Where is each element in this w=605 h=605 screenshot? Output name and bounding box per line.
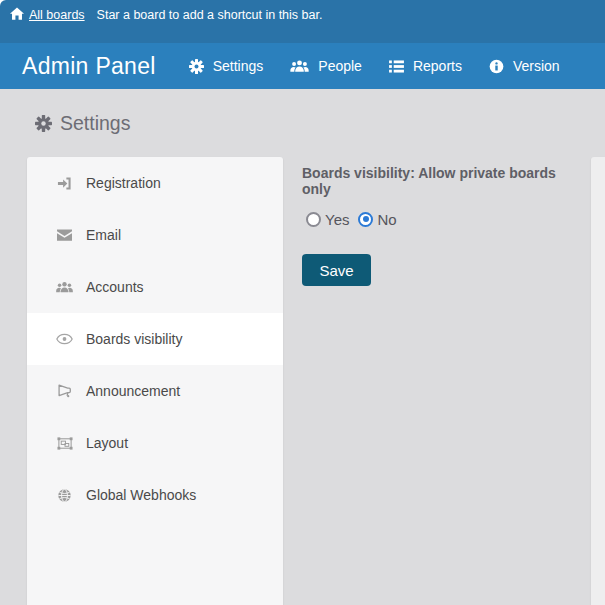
sidebar-item-global-webhooks[interactable]: Global Webhooks bbox=[27, 469, 283, 521]
shortcut-bar: All boards Star a board to add a shortcu… bbox=[0, 0, 605, 43]
settings-heading-label: Settings bbox=[60, 112, 130, 135]
sidebar-item-registration[interactable]: Registration bbox=[27, 157, 283, 209]
shortcut-hint: Star a board to add a shortcut in this b… bbox=[97, 7, 323, 23]
radio-option-yes[interactable]: Yes bbox=[306, 211, 349, 228]
radio-yes[interactable] bbox=[306, 212, 321, 227]
boards-visibility-question: Boards visibility: Allow private boards … bbox=[302, 165, 587, 197]
globe-icon bbox=[56, 488, 73, 503]
sidebar-item-layout[interactable]: Layout bbox=[27, 417, 283, 469]
bullhorn-icon bbox=[56, 384, 73, 398]
object-group-icon bbox=[56, 436, 73, 451]
eye-icon bbox=[56, 333, 73, 345]
sidebar-item-label: Registration bbox=[86, 175, 161, 191]
sidebar-item-label: Global Webhooks bbox=[86, 487, 196, 503]
sidebar-item-label: Announcement bbox=[86, 383, 180, 399]
sidebar-item-label: Accounts bbox=[86, 279, 144, 295]
nav-item-people[interactable]: People bbox=[290, 58, 362, 74]
radio-label: No bbox=[377, 211, 396, 228]
all-boards-label: All boards bbox=[29, 8, 85, 22]
nav-item-label: People bbox=[318, 58, 362, 74]
admin-nav-menu: Settings People Reports Version bbox=[189, 58, 560, 74]
list-icon bbox=[389, 60, 404, 73]
sidebar-item-label: Email bbox=[86, 227, 121, 243]
nav-item-label: Reports bbox=[413, 58, 462, 74]
clipped-side-panel bbox=[591, 157, 605, 605]
nav-item-version[interactable]: Version bbox=[489, 58, 560, 74]
sidebar-item-email[interactable]: Email bbox=[27, 209, 283, 261]
radio-no[interactable] bbox=[358, 212, 373, 227]
sidebar-item-announcement[interactable]: Announcement bbox=[27, 365, 283, 417]
envelope-icon bbox=[56, 229, 73, 241]
sidebar-item-label: Layout bbox=[86, 435, 128, 451]
radio-option-no[interactable]: No bbox=[358, 211, 396, 228]
users-icon bbox=[56, 280, 73, 294]
sidebar-item-boards-visibility[interactable]: Boards visibility bbox=[27, 313, 283, 365]
settings-content: Boards visibility: Allow private boards … bbox=[302, 165, 587, 286]
admin-panel-title: Admin Panel bbox=[22, 53, 156, 80]
info-circle-icon bbox=[489, 59, 504, 74]
admin-navbar: Admin Panel Settings People Reports Vers… bbox=[0, 43, 605, 89]
gear-icon bbox=[189, 59, 204, 74]
settings-page: Settings Registration Email Accounts Boa… bbox=[0, 89, 605, 605]
visibility-options: YesNo bbox=[306, 210, 587, 228]
nav-item-label: Version bbox=[513, 58, 560, 74]
sidebar-item-label: Boards visibility bbox=[86, 331, 182, 347]
admin-panel-page: All boards Star a board to add a shortcu… bbox=[0, 0, 605, 605]
all-boards-link[interactable]: All boards bbox=[10, 7, 85, 23]
gear-icon bbox=[35, 115, 52, 132]
sign-in-icon bbox=[56, 176, 73, 191]
home-icon bbox=[10, 7, 24, 23]
sidebar-item-accounts[interactable]: Accounts bbox=[27, 261, 283, 313]
people-icon bbox=[290, 59, 309, 73]
settings-heading: Settings bbox=[35, 112, 130, 135]
save-button[interactable]: Save bbox=[302, 254, 371, 286]
nav-item-settings[interactable]: Settings bbox=[189, 58, 264, 74]
radio-label: Yes bbox=[325, 211, 349, 228]
nav-item-label: Settings bbox=[213, 58, 264, 74]
settings-sidebar: Registration Email Accounts Boards visib… bbox=[27, 157, 283, 605]
nav-item-reports[interactable]: Reports bbox=[389, 58, 462, 74]
